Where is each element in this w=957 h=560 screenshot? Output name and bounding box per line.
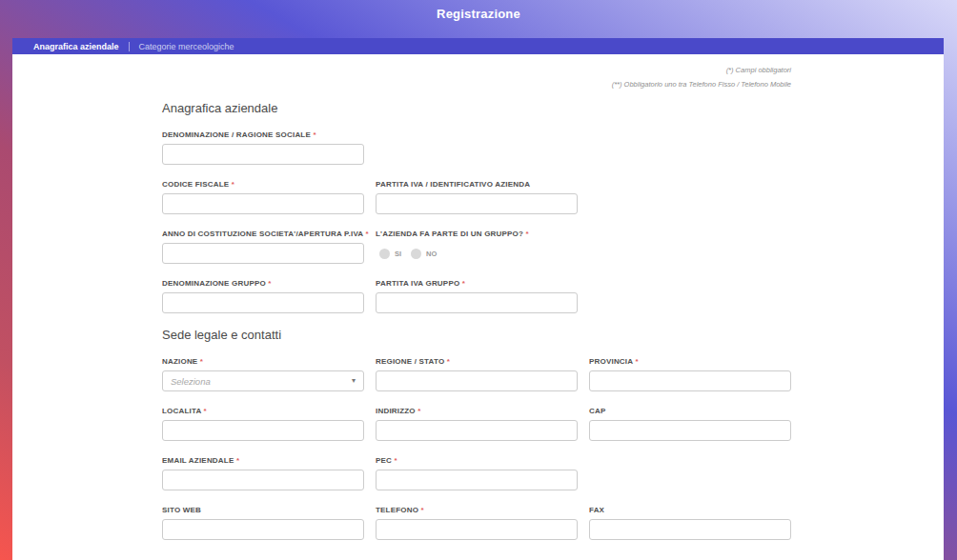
- tab-anagrafica-aziendale[interactable]: Anagrafica aziendale: [24, 42, 129, 51]
- field-nazione: NAZIONE *Seleziona▾: [162, 356, 364, 391]
- field-label: PEC *: [376, 455, 578, 466]
- form-row: EMAIL AZIENDALE *PEC *: [162, 455, 791, 490]
- radio-icon: [379, 249, 390, 259]
- field-indirizzo: INDIRIZZO *: [376, 406, 578, 441]
- field-label: DENOMINAZIONE / RAGIONE SOCIALE *: [162, 130, 364, 140]
- partita-iva-identificativo-azienda-input[interactable]: [376, 193, 578, 214]
- field-partita-iva-identificativo-azienda: PARTITA IVA / IDENTIFICATIVO AZIENDA: [376, 179, 578, 214]
- required-asterisk: *: [459, 279, 465, 288]
- field-anno-di-costituzione-societa-apertura-p-iva: ANNO DI COSTITUZIONE SOCIETA'/APERTURA P…: [162, 229, 364, 264]
- form-sections: Anagrafica aziendaleDENOMINAZIONE / RAGI…: [162, 101, 791, 540]
- pec-input[interactable]: [376, 470, 578, 490]
- l-azienda-fa-parte-di-un-gruppo-radio-group: SINO: [376, 243, 578, 264]
- provincia-input[interactable]: [589, 370, 791, 391]
- field-label: CODICE FISCALE *: [162, 179, 364, 190]
- required-asterisk: *: [201, 407, 207, 415]
- required-fields-notes: (*) Campi obbligatori (**) Obbligatorio …: [12, 63, 791, 91]
- field-label: INDIRIZZO *: [376, 406, 578, 416]
- field-email-aziendale: EMAIL AZIENDALE *: [162, 455, 364, 490]
- section-title-anagrafica-aziendale: Anagrafica aziendale: [162, 101, 791, 116]
- section-title-sede-legale-e-contatti: Sede legale e contatti: [162, 328, 791, 343]
- codice-fiscale-input[interactable]: [162, 193, 364, 214]
- chevron-down-icon: ▾: [352, 377, 356, 385]
- field-label: REGIONE / STATO *: [376, 356, 578, 367]
- note-phone-requirement: (**) Obbligatorio uno tra Telefono Fisso…: [12, 77, 791, 91]
- indirizzo-input[interactable]: [376, 420, 578, 441]
- required-asterisk: *: [266, 279, 272, 288]
- registration-form-card: (*) Campi obbligatori (**) Obbligatorio …: [12, 54, 944, 560]
- sito-web-input[interactable]: [162, 519, 364, 540]
- form-row: NAZIONE *Seleziona▾REGIONE / STATO *PROV…: [162, 356, 791, 391]
- field-sito-web: SITO WEB: [162, 505, 364, 540]
- required-asterisk: *: [392, 456, 397, 465]
- field-l-azienda-fa-parte-di-un-gruppo: L'AZIENDA FA PARTE DI UN GRUPPO? *SINO: [376, 229, 578, 264]
- email-aziendale-input[interactable]: [162, 470, 364, 490]
- required-asterisk: *: [363, 230, 369, 238]
- partita-iva-gruppo-input[interactable]: [376, 292, 578, 313]
- radio-option-no[interactable]: NO: [411, 249, 437, 259]
- required-asterisk: *: [197, 357, 203, 366]
- field-label: SITO WEB: [162, 505, 364, 515]
- field-label: L'AZIENDA FA PARTE DI UN GRUPPO? *: [376, 229, 578, 239]
- field-denominazione-gruppo: DENOMINAZIONE GRUPPO *: [162, 278, 364, 313]
- required-asterisk: *: [234, 456, 239, 465]
- tab-bar: Anagrafica aziendale Categorie merceolog…: [12, 38, 944, 54]
- form-row: SITO WEBTELEFONO *FAX: [162, 505, 791, 540]
- note-required-fields: (*) Campi obbligatori: [12, 63, 791, 77]
- required-asterisk: *: [229, 180, 234, 189]
- field-codice-fiscale: CODICE FISCALE *: [162, 179, 364, 214]
- regione-stato-input[interactable]: [376, 370, 578, 391]
- form-row: DENOMINAZIONE / RAGIONE SOCIALE *: [162, 130, 791, 165]
- nazione-select[interactable]: Seleziona▾: [162, 370, 364, 391]
- field-label: PARTITA IVA GRUPPO *: [376, 278, 578, 289]
- radio-label: NO: [426, 250, 437, 258]
- field-cap: CAP: [589, 406, 791, 441]
- telefono-input[interactable]: [376, 519, 578, 540]
- field-label: TELEFONO *: [376, 505, 578, 515]
- field-label: CAP: [589, 406, 791, 416]
- field-label: PARTITA IVA / IDENTIFICATIVO AZIENDA: [376, 179, 578, 190]
- form-row: DENOMINAZIONE GRUPPO *PARTITA IVA GRUPPO…: [162, 278, 791, 313]
- required-asterisk: *: [444, 357, 450, 366]
- fax-input[interactable]: [589, 519, 791, 540]
- field-label: ANNO DI COSTITUZIONE SOCIETA'/APERTURA P…: [162, 229, 364, 239]
- required-asterisk: *: [633, 357, 639, 366]
- field-localita: LOCALITA *: [162, 406, 364, 441]
- anno-di-costituzione-societa-apertura-p-iva-input[interactable]: [162, 243, 364, 264]
- field-regione-stato: REGIONE / STATO *: [376, 356, 578, 391]
- required-asterisk: *: [418, 506, 424, 514]
- page-title: Registrazione: [0, 7, 957, 21]
- cap-input[interactable]: [589, 420, 791, 441]
- form-row: ANNO DI COSTITUZIONE SOCIETA'/APERTURA P…: [162, 229, 791, 264]
- radio-option-si[interactable]: SI: [379, 249, 401, 259]
- denominazione-gruppo-input[interactable]: [162, 292, 364, 313]
- form-row: LOCALITA *INDIRIZZO *CAP: [162, 406, 791, 441]
- field-partita-iva-gruppo: PARTITA IVA GRUPPO *: [376, 278, 578, 313]
- tab-categorie-merceologiche[interactable]: Categorie merceologiche: [130, 42, 244, 51]
- required-asterisk: *: [416, 407, 421, 415]
- field-provincia: PROVINCIA *: [589, 356, 791, 391]
- radio-label: SI: [395, 250, 401, 258]
- field-denominazione-ragione-sociale: DENOMINAZIONE / RAGIONE SOCIALE *: [162, 130, 364, 165]
- required-asterisk: *: [311, 130, 316, 139]
- localita-input[interactable]: [162, 420, 364, 441]
- form-row: CODICE FISCALE *PARTITA IVA / IDENTIFICA…: [162, 179, 791, 214]
- field-label: PROVINCIA *: [589, 356, 791, 367]
- field-label: NAZIONE *: [162, 356, 364, 367]
- field-label: LOCALITA *: [162, 406, 364, 416]
- field-fax: FAX: [589, 505, 791, 540]
- field-pec: PEC *: [376, 455, 578, 490]
- denominazione-ragione-sociale-input[interactable]: [162, 144, 364, 165]
- field-label: DENOMINAZIONE GRUPPO *: [162, 278, 364, 289]
- radio-icon: [411, 249, 421, 259]
- select-placeholder: Seleziona: [171, 376, 211, 387]
- field-label: EMAIL AZIENDALE *: [162, 455, 364, 466]
- field-label: FAX: [589, 505, 791, 515]
- required-asterisk: *: [523, 230, 529, 238]
- field-telefono: TELEFONO *: [376, 505, 578, 540]
